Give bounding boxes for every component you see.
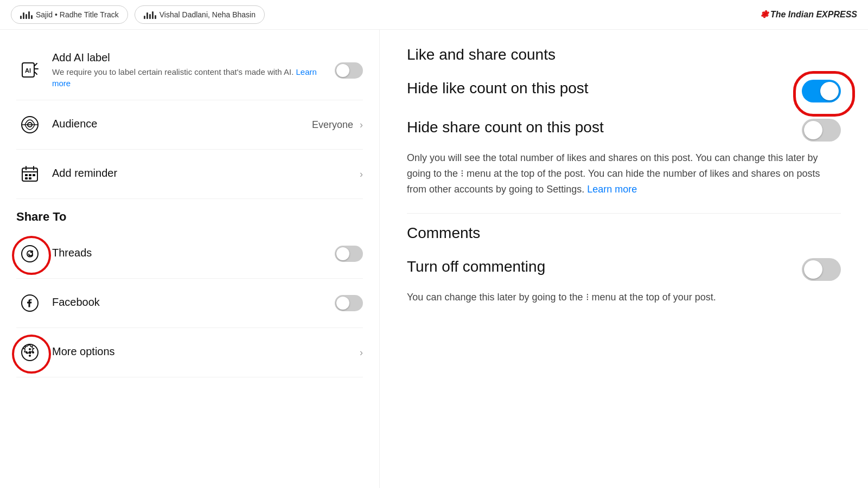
ai-label-desc-text: We require you to label certain realisti… xyxy=(52,67,296,76)
svg-rect-11 xyxy=(25,177,28,179)
hide-like-count-toggle[interactable] xyxy=(802,80,841,102)
hide-like-count-toggle-knob xyxy=(820,82,839,100)
svg-rect-10 xyxy=(29,174,31,176)
audience-row[interactable]: Audience Everyone › xyxy=(16,100,363,150)
threads-toggle-knob xyxy=(336,247,349,260)
hide-share-count-toggle[interactable] xyxy=(802,119,841,142)
audience-icon xyxy=(16,111,43,138)
comments-section-title: Comments xyxy=(407,224,841,242)
threads-icon xyxy=(21,245,39,263)
turn-off-commenting-toggle-knob xyxy=(804,260,822,279)
more-options-right: › xyxy=(360,347,363,358)
svg-point-19 xyxy=(29,348,31,350)
hide-share-count-learn-more[interactable]: Learn more xyxy=(587,184,637,195)
share-to-label: Share To xyxy=(16,199,363,229)
more-options-icon-wrapper xyxy=(16,339,43,366)
audio-track-1[interactable]: Sajid • Radhe Title Track xyxy=(11,5,128,24)
left-panel: AI Add AI label We require you to label … xyxy=(0,30,380,488)
reminder-icon xyxy=(16,160,43,188)
audio-bars-1 xyxy=(20,10,33,19)
facebook-row: Facebook xyxy=(16,279,363,328)
brand-logo-text: The Indian EXPRESS xyxy=(770,10,857,20)
reminder-row[interactable]: Add reminder › xyxy=(16,150,363,199)
facebook-toggle[interactable] xyxy=(335,295,363,311)
svg-point-21 xyxy=(25,351,28,354)
ai-label-toggle[interactable] xyxy=(335,62,363,79)
threads-row: Threads xyxy=(16,229,363,279)
ai-label-content: Add AI label We require you to label cer… xyxy=(52,52,335,89)
hide-like-count-right xyxy=(802,80,841,102)
reminder-title: Add reminder xyxy=(52,167,360,179)
audience-value: Everyone xyxy=(312,119,353,131)
threads-icon-wrapper xyxy=(16,240,43,267)
more-options-icon xyxy=(21,343,39,362)
reminder-svg xyxy=(21,165,39,183)
svg-point-20 xyxy=(29,355,31,357)
audio-track-2[interactable]: Vishal Dadlani, Neha Bhasin xyxy=(135,5,265,24)
audience-chevron: › xyxy=(360,119,363,131)
hide-like-count-label: Hide like count on this post xyxy=(407,80,791,97)
brand-logo: ❃ The Indian EXPRESS xyxy=(760,9,857,21)
turn-off-commenting-toggle[interactable] xyxy=(802,258,841,281)
turn-off-commenting-title: Turn off commenting xyxy=(407,258,545,275)
svg-point-15 xyxy=(32,251,33,252)
hide-share-count-block: Hide share count on this post Only you w… xyxy=(407,119,841,197)
reminder-content: Add reminder xyxy=(52,167,360,182)
audience-content: Audience xyxy=(52,118,312,132)
more-options-title: More options xyxy=(52,345,360,358)
hide-share-count-title: Hide share count on this post xyxy=(407,119,604,136)
hide-like-count-row: Hide like count on this post xyxy=(407,80,841,102)
svg-rect-12 xyxy=(29,177,31,179)
right-panel: Like and share counts Hide like count on… xyxy=(380,30,868,488)
ai-label-title: Add AI label xyxy=(52,52,335,64)
ai-label-row: AI Add AI label We require you to label … xyxy=(16,41,363,100)
hide-share-count-desc: Only you will see the total number of li… xyxy=(407,150,841,197)
ai-label-icon: AI xyxy=(16,57,43,84)
ai-label-svg: AI xyxy=(21,61,39,80)
svg-point-18 xyxy=(29,351,31,354)
ai-label-right xyxy=(335,62,363,79)
threads-toggle[interactable] xyxy=(335,246,363,262)
turn-off-commenting-block: Turn off commenting You can change this … xyxy=(407,258,841,305)
facebook-icon xyxy=(21,294,39,312)
audience-title: Audience xyxy=(52,118,312,130)
audio-track-2-label: Vishal Dadlani, Neha Bhasin xyxy=(159,10,256,19)
ai-label-desc: We require you to label certain realisti… xyxy=(52,66,335,89)
reminder-right: › xyxy=(360,169,363,180)
svg-point-17 xyxy=(22,344,38,361)
comments-divider xyxy=(407,213,841,214)
audience-svg xyxy=(21,115,39,134)
reminder-chevron: › xyxy=(360,169,363,180)
hide-like-count-toggle-wrapper xyxy=(802,80,841,102)
svg-rect-13 xyxy=(33,174,35,176)
like-share-section-title: Like and share counts xyxy=(407,46,841,63)
brand-logo-icon: ❃ xyxy=(760,9,768,21)
threads-content: Threads xyxy=(52,247,335,261)
facebook-content: Facebook xyxy=(52,296,335,311)
hide-share-count-toggle-knob xyxy=(804,121,822,139)
threads-right xyxy=(335,246,363,262)
ai-label-toggle-knob xyxy=(336,64,349,77)
audience-right: Everyone › xyxy=(312,119,363,131)
audio-track-1-label: Sajid • Radhe Title Track xyxy=(36,10,119,19)
threads-title: Threads xyxy=(52,247,335,259)
facebook-right xyxy=(335,295,363,311)
svg-point-14 xyxy=(22,246,38,262)
facebook-icon-wrapper xyxy=(16,290,43,317)
facebook-toggle-knob xyxy=(336,297,349,310)
top-bar: Sajid • Radhe Title Track Vishal Dadlani… xyxy=(0,0,868,30)
more-options-content: More options xyxy=(52,345,360,360)
svg-point-22 xyxy=(32,351,34,354)
svg-rect-9 xyxy=(25,174,28,176)
turn-off-commenting-desc: You can change this later by going to th… xyxy=(407,290,841,305)
audio-bars-2 xyxy=(144,10,156,19)
facebook-title: Facebook xyxy=(52,296,335,309)
svg-text:AI: AI xyxy=(25,67,31,74)
more-options-row[interactable]: More options › xyxy=(16,328,363,377)
turn-off-commenting-desc-text: You can change this later by going to th… xyxy=(407,292,716,303)
main-content: AI Add AI label We require you to label … xyxy=(0,30,868,488)
more-options-chevron: › xyxy=(360,347,363,358)
